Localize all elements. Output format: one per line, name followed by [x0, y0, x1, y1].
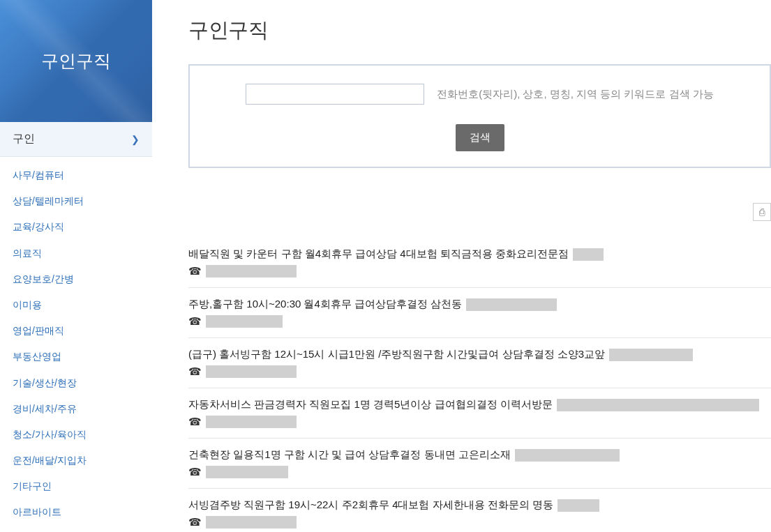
sidebar-item[interactable]: 청소/가사/육아직 — [0, 422, 152, 448]
redacted-block — [609, 349, 693, 361]
sidebar-category[interactable]: 구인 ❯ — [0, 122, 152, 157]
redacted-block — [573, 248, 604, 261]
sidebar-category-label: 구인 — [13, 132, 35, 146]
redacted-block — [206, 416, 297, 428]
listing-phone-row: ☎ — [188, 466, 771, 478]
listing-item[interactable]: 주방,홀구함 10시~20:30 월4회휴무 급여상담후결정 삼천동☎ — [188, 288, 771, 338]
listing-phone-row: ☎ — [188, 315, 771, 328]
redacted-block — [206, 315, 283, 328]
sidebar-item[interactable]: 기술/생산/현장 — [0, 370, 152, 396]
page-title: 구인구직 — [188, 17, 771, 45]
redacted-block — [206, 365, 297, 378]
redacted-block — [515, 449, 620, 462]
sidebar-item[interactable]: 아르바이트 — [0, 499, 152, 525]
listing-item[interactable]: (급구) 홀서빙구함 12시~15시 시급1만원 /주방직원구함 시간및급여 상… — [188, 338, 771, 388]
main: 구인구직 전화번호(뒷자리), 상호, 명칭, 지역 등의 키워드로 검색 가능… — [152, 0, 771, 532]
listing-title: 주방,홀구함 10시~20:30 월4회휴무 급여상담후결정 삼천동 — [188, 298, 462, 311]
chevron-right-icon: ❯ — [131, 134, 140, 145]
listing-title-row: 자동차서비스 판금경력자 직원모집 1명 경력5년이상 급여협의결정 이력서방문 — [188, 398, 771, 411]
redacted-block — [557, 399, 759, 411]
sidebar-header-title: 구인구직 — [41, 50, 111, 73]
listing-title-row: 주방,홀구함 10시~20:30 월4회휴무 급여상담후결정 삼천동 — [188, 298, 771, 311]
phone-icon: ☎ — [188, 265, 202, 278]
search-box: 전화번호(뒷자리), 상호, 명칭, 지역 등의 키워드로 검색 가능 검색 — [188, 64, 771, 168]
sidebar-item[interactable]: 부동산영업 — [0, 344, 152, 370]
redacted-block — [206, 516, 297, 529]
listing-phone-row: ☎ — [188, 265, 771, 278]
listing-item[interactable]: 배달직원 및 카운터 구함 월4회휴무 급여상담 4대보험 퇴직금적용 중화요리… — [188, 238, 771, 288]
listing-title-row: 건축현장 일용직1명 구함 시간 및 급여 상담후결정 동내면 고은리소재 — [188, 448, 771, 462]
search-button[interactable]: 검색 — [456, 124, 504, 151]
sidebar-item[interactable]: 교육/강사직 — [0, 214, 152, 240]
listing-title: (급구) 홀서빙구함 12시~15시 시급1만원 /주방직원구함 시간및급여 상… — [188, 348, 605, 361]
listing-phone-row: ☎ — [188, 516, 771, 529]
listing-title: 서빙겸주방 직원구함 19시~22시 주2회휴무 4대보험 자세한내용 전화문의… — [188, 499, 553, 512]
sidebar-items: 사무/컴퓨터상담/텔레마케터교육/강사직의료직요양보호/간병이미용영업/판매직부… — [0, 157, 152, 532]
listing-title-row: (급구) 홀서빙구함 12시~15시 시급1만원 /주방직원구함 시간및급여 상… — [188, 348, 771, 361]
listing-phone-row: ☎ — [188, 416, 771, 428]
sidebar: 구인구직 구인 ❯ 사무/컴퓨터상담/텔레마케터교육/강사직의료직요양보호/간병… — [0, 0, 152, 532]
redacted-block — [557, 499, 599, 512]
phone-icon: ☎ — [188, 466, 202, 478]
sidebar-item[interactable]: 이미용 — [0, 292, 152, 318]
listing-title: 자동차서비스 판금경력자 직원모집 1명 경력5년이상 급여협의결정 이력서방문 — [188, 398, 553, 411]
print-icon[interactable]: ⎙ — [753, 203, 771, 221]
phone-icon: ☎ — [188, 516, 202, 529]
sidebar-item[interactable]: 상담/텔레마케터 — [0, 188, 152, 214]
sidebar-item[interactable]: 운전/배달/지입차 — [0, 448, 152, 473]
listing-title: 건축현장 일용직1명 구함 시간 및 급여 상담후결정 동내면 고은리소재 — [188, 448, 511, 462]
phone-icon: ☎ — [188, 315, 202, 328]
listing-title-row: 서빙겸주방 직원구함 19시~22시 주2회휴무 4대보험 자세한내용 전화문의… — [188, 499, 771, 512]
sidebar-item[interactable]: 사무/컴퓨터 — [0, 162, 152, 188]
sidebar-item[interactable]: 의료직 — [0, 241, 152, 266]
redacted-block — [206, 265, 297, 278]
redacted-block — [206, 466, 288, 478]
redacted-block — [466, 298, 557, 311]
sidebar-item[interactable]: 일식 — [0, 526, 152, 532]
listings: 배달직원 및 카운터 구함 월4회휴무 급여상담 4대보험 퇴직금적용 중화요리… — [188, 238, 771, 532]
sidebar-header: 구인구직 — [0, 0, 152, 122]
search-input[interactable] — [246, 84, 424, 105]
listing-title: 배달직원 및 카운터 구함 월4회휴무 급여상담 4대보험 퇴직금적용 중화요리… — [188, 248, 569, 261]
sidebar-item[interactable]: 요양보호/간병 — [0, 266, 152, 292]
listing-item[interactable]: 자동차서비스 판금경력자 직원모집 1명 경력5년이상 급여협의결정 이력서방문… — [188, 388, 771, 439]
listing-title-row: 배달직원 및 카운터 구함 월4회휴무 급여상담 4대보험 퇴직금적용 중화요리… — [188, 248, 771, 261]
sidebar-item[interactable]: 기타구인 — [0, 473, 152, 499]
phone-icon: ☎ — [188, 365, 202, 378]
search-hint: 전화번호(뒷자리), 상호, 명칭, 지역 등의 키워드로 검색 가능 — [437, 88, 714, 101]
phone-icon: ☎ — [188, 416, 202, 428]
listing-item[interactable]: 서빙겸주방 직원구함 19시~22시 주2회휴무 4대보험 자세한내용 전화문의… — [188, 489, 771, 532]
sidebar-item[interactable]: 경비/세차/주유 — [0, 396, 152, 422]
listing-item[interactable]: 건축현장 일용직1명 구함 시간 및 급여 상담후결정 동내면 고은리소재☎ — [188, 439, 771, 489]
sidebar-item[interactable]: 영업/판매직 — [0, 318, 152, 344]
listing-phone-row: ☎ — [188, 365, 771, 378]
